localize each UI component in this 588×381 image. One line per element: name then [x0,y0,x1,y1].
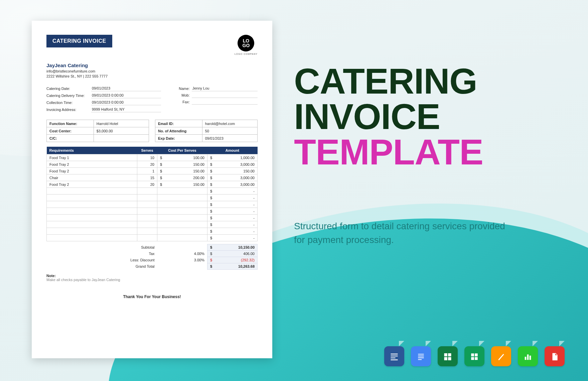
table-row: $- [47,208,258,215]
item-cost-per-serves: $150.00 [157,168,207,174]
table-row: $- [47,195,258,201]
box-label: Exp Date: [155,135,202,142]
invoice-title-badge: CATERING INVOICE [46,35,112,47]
info-right-column: Name:Jenny LouMob:Fax: [173,86,258,114]
item-amount: $3,000.00 [207,161,258,168]
format-google-docs-icon[interactable] [411,346,431,366]
item-cost-per-serves [157,215,207,221]
info-value: 9999 Halford St, NY [91,107,161,112]
box-row: Exp Date:09/01/2023 [155,135,258,142]
item-amount: $150.00 [207,168,258,174]
item-amount: $- [207,228,258,235]
item-serves [137,215,157,221]
company-block: JayJean Catering info@bristleconefurnitu… [46,62,258,78]
info-value [192,99,258,105]
item-requirements [47,215,137,221]
info-row: Mob: [173,93,258,98]
item-requirements [47,188,137,195]
item-cost-per-serves [157,228,207,235]
item-amount: $- [207,208,258,215]
currency-symbol: $ [210,245,212,249]
company-name: JayJean Catering [46,62,258,68]
box-label: No. of Attending [155,127,202,135]
company-logo: LO GO LOGO COMPANY [235,35,258,55]
table-row: Food Tray 110$100.00$1,000.00 [47,154,258,161]
page-title: CATERING INVOICE TEMPLATE [294,64,535,169]
company-address: 2222 Willshire St., NY | 222 555 7777 [46,74,258,78]
box-value: harold@hotel.com [202,120,257,127]
format-google-sheets-icon[interactable] [464,346,484,366]
items-header-requirements: Requirements [47,147,137,154]
item-serves [137,195,157,201]
item-serves [137,208,157,215]
item-serves: 20 [137,181,157,188]
item-amount: $3,000.00 [207,181,258,188]
item-serves: 15 [137,174,157,181]
item-serves [137,201,157,208]
info-label: Catering Date: [46,87,91,91]
info-label: Name: [173,87,192,91]
note-block: Note: Make all checks payable to JayJean… [46,274,258,282]
totals-block: Subtotal $10,150.00 Tax 4.00% $406.00 Le… [46,244,258,270]
info-row: Catering Date:09/01/2023 [46,86,161,91]
table-row: Chair15$200.00$3,000.00 [47,174,258,181]
discount-percent: 3.00% [157,257,207,263]
item-amount: $- [207,215,258,221]
item-amount: $- [207,221,258,228]
logo-text-bottom: GO [243,43,250,48]
items-header-serves: Serves [137,147,157,154]
item-cost-per-serves: $150.00 [157,161,207,168]
format-word-icon[interactable] [384,346,404,366]
format-pages-icon[interactable] [491,346,511,366]
item-requirements: Food Tray 2 [47,161,137,168]
item-requirements: Food Tray 2 [47,181,137,188]
company-email: info@bristleconefurniture.com [46,69,258,73]
items-header-cost-per-serves: Cost Per Serves [157,147,207,154]
item-serves [137,221,157,228]
grand-total-value: 10,263.68 [238,264,255,268]
item-cost-per-serves [157,195,207,201]
box-value: Harrold Hotel [94,120,149,127]
table-row: Food Tray 21$150.00$150.00 [47,168,258,174]
item-cost-per-serves [157,235,207,241]
format-icons-row [384,346,565,366]
table-row: Food Tray 220$150.00$3,000.00 [47,161,258,168]
format-numbers-icon[interactable] [518,346,538,366]
item-requirements [47,221,137,228]
box-value: 09/01/2023 [202,135,257,142]
item-requirements [47,228,137,235]
info-value [192,93,258,98]
note-label: Note: [46,274,258,278]
tax-percent: 4.00% [157,251,207,257]
info-label: Catering Delivery Time: [46,94,91,98]
box-value: 50 [202,127,257,135]
subtotal-value: 10,150.00 [238,245,255,249]
box-label: C/C: [47,135,94,142]
table-row: Food Tray 220$150.00$3,000.00 [47,181,258,188]
info-label: Fax: [173,100,192,104]
title-accent: TEMPLATE [294,134,483,170]
format-excel-icon[interactable] [438,346,458,366]
info-left-column: Catering Date:09/01/2023Catering Deliver… [46,86,161,114]
tax-value: 406.00 [243,252,255,256]
function-box-table: Function Name:Harrold HotelCost Center:$… [46,120,149,142]
format-pdf-icon[interactable] [545,346,565,366]
invoice-document: CATERING INVOICE LO GO LOGO COMPANY JayJ… [32,21,272,358]
table-row: $- [47,235,258,241]
title-line-2: INVOICE [294,96,440,137]
item-serves: 20 [137,161,157,168]
discount-value: (292.32) [241,258,255,262]
info-row: Fax: [173,99,258,105]
thank-you-text: Thank You For Your Business! [46,294,258,299]
note-text: Make all checks payable to JayJean Cater… [46,278,120,282]
box-value [94,135,149,142]
box-value: $3,000.00 [94,127,149,135]
item-cost-per-serves: $200.00 [157,174,207,181]
item-requirements [47,201,137,208]
logo-subtext: LOGO COMPANY [235,53,258,55]
contact-box-table: Email ID:harold@hotel.comNo. of Attendin… [155,120,258,142]
logo-mark-icon: LO GO [238,35,254,51]
item-cost-per-serves: $100.00 [157,154,207,161]
item-cost-per-serves [157,188,207,195]
item-serves [137,188,157,195]
